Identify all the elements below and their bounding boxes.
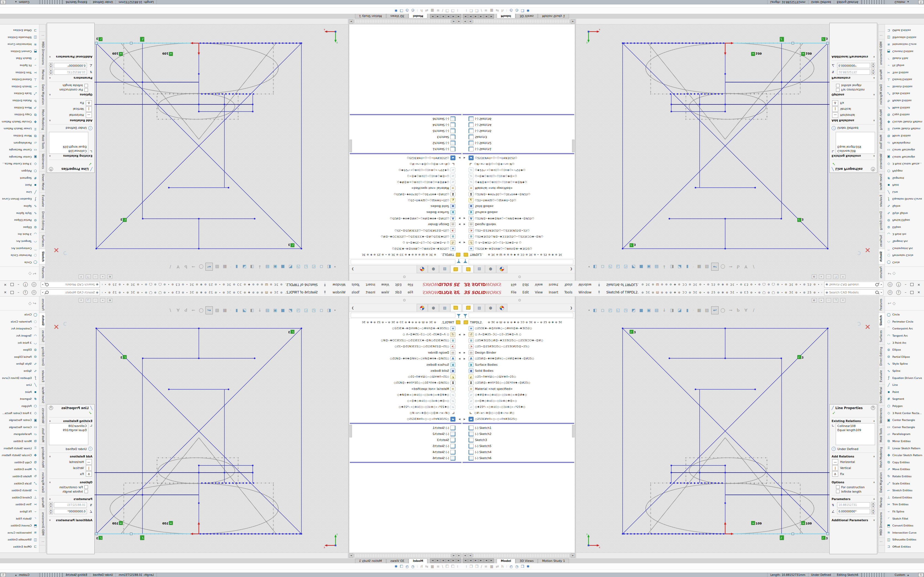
help-icon[interactable]: ? [896,290,901,295]
section-add-relations[interactable]: Add Relations∧ [49,455,92,458]
motion-toolbar-icon[interactable]: ⁞ [506,564,507,569]
expand-icon[interactable]: ▶ [457,242,460,244]
motion-toolbar-icon[interactable]: h [420,564,423,569]
view-toolbar-icon[interactable]: ◰ [607,307,614,314]
motion-toolbar-icon[interactable]: ❐ [446,9,449,13]
tree-row-sketch[interactable]: (-) Sketch1 [462,425,575,431]
sketch-tool[interactable]: ▣ Center Rectangle [0,153,39,161]
view-toolbar-icon[interactable]: ◪ [676,307,683,314]
view-toolbar-icon[interactable]: ◱ [302,263,309,271]
section-add-relations[interactable]: Add Relations∧ [832,455,875,458]
spinner[interactable]: ▲▼ [871,63,875,68]
command-tab[interactable]: Mesh Modeling [879,107,885,132]
motion-toolbar-icon[interactable]: ▦ [431,564,434,569]
tree-row-sketch[interactable]: (-) Sketch2 [462,140,575,146]
view-toolbar-icon[interactable]: ◻ [599,263,606,271]
view-toolbar-icon[interactable]: · [691,307,695,314]
motion-toolbar-icon[interactable]: ⁞ [466,564,467,569]
relation-item[interactable]: Collinear108 [837,424,873,428]
panel-help-icon[interactable]: ? [871,167,875,171]
tree-row[interactable]: ◔ ○25∙Ⓞ25ИƷƐ25○∘○25ƷƐИ25Ⓞ∙25○ [349,343,462,350]
view-toolbar-icon[interactable]: ◪ [676,263,683,271]
sketch-tool[interactable]: ↗ Move Entities [0,104,39,111]
tree-row[interactable]: ∟ ○И∘ег∘✻Ⓞ○∘○Ⓞ✻∘ге∘И○ [349,161,462,167]
sketch-tool[interactable]: ⊜ Ellipse [885,224,924,231]
sketch-tool[interactable]: ⌒ Centerpoint Arc [0,325,39,332]
sketch-tool[interactable]: ╱ Line [885,381,924,388]
unit-system[interactable]: Custom▲ [6,0,39,4]
sketch-tool[interactable]: ◜ Sketch Fillet [885,515,924,522]
motion-toolbar-icon[interactable]: ◷ [515,564,519,569]
tree-row[interactable]: ▱ ○∙Ⓞ✚○✼⊙[○∘○]⊙✼○✚Ⓞ∙○ [349,173,462,179]
sketch-tool[interactable]: ≋ Intersection Curve [885,41,924,48]
section-existing-relations[interactable]: Existing Relations∧ [49,419,92,422]
command-tab[interactable]: Surfaces [39,232,45,249]
view-toolbar-icon[interactable]: ◰ [310,307,317,314]
tree-row[interactable]: Σ ○25ИⓄ∘✚∀ՈºƷƐ○∘○ƷƐºՈ∀✚∘ⓄИ25○ [349,191,462,197]
motion-toolbar-icon[interactable]: ▦ [431,9,434,13]
parameter-input[interactable]: 0.00000000° [837,63,870,68]
option-row[interactable]: Infinite length [49,84,88,87]
sketch-tool[interactable]: ✂ Trim Entities [885,69,924,76]
restore-button[interactable] [910,283,914,286]
sketch-tool[interactable]: ⤢ Scale Entities [885,480,924,487]
expand-icon[interactable]: ▶ [464,157,467,160]
motion-toolbar-icon[interactable]: ≡ [436,564,439,569]
add-relation-button[interactable]: ⚓ Fix [49,471,92,477]
sketch-tool[interactable]: ◯ Circle [0,311,39,318]
view-toolbar-icon[interactable]: ▣ [272,307,279,314]
tree-row[interactable]: ▱ ○✚ИⓄ✻+○✼⊙[○∘○]⊙✼○+✻ⓄИ✚○ [349,392,462,398]
view-toolbar-icon[interactable]: ▣ [272,263,279,271]
view-toolbar-icon[interactable]: ◪ [241,307,248,314]
child-close-icon[interactable]: ✕ [840,274,845,279]
minimize-button[interactable]: – [18,283,19,287]
sketch-tool[interactable]: ⊜ Ellipse [885,346,924,353]
menu-item[interactable]: Window [576,290,594,295]
tree-row[interactable]: ▱ ○✚25º∘∙○✼⊙[○∘○]⊙✼○∙∘º25✚○ [349,404,462,410]
sketch-tool[interactable]: ◠ Tangent Arc [885,332,924,339]
view-toolbar-icon[interactable]: ■ [279,307,286,314]
sketch-tool[interactable]: ▱ Parallelogram [885,430,924,438]
view-toolbar-icon[interactable]: ∀ [743,263,750,271]
tabs-overflow-icon[interactable]: ❯ [349,304,356,311]
expand-icon[interactable]: ▶ [464,351,467,354]
motion-toolbar-icon[interactable]: ❐ [446,564,449,569]
sketch-tool[interactable]: ⬒ Convert Entities [0,522,39,529]
search-dropdown-icon[interactable]: ▾ [42,291,44,294]
option-row[interactable]: Infinite length [49,490,88,493]
sketch-tool[interactable]: ◠ Tangent Arc [885,238,924,245]
sketch-tool[interactable]: ╱ Line [0,381,39,388]
view-toolbar-icon[interactable]: ▾ [587,307,591,314]
tree-row-sketch[interactable]: (-) Sketch6 [462,455,575,461]
sketch-tool[interactable]: ⬒ Convert Entities [885,522,924,529]
motion-toolbar-icon[interactable]: ≡ [485,9,488,13]
tree-root[interactable]: TЯPDL2. ⊚ ƷƐ ⊚ Ш ⊚ ⊚ ⊚ ✚ ⊚ ƆƆ ⊚ ƷƐ ⊚ ∙ ⊚… [349,319,462,325]
expand-icon[interactable]: ▶ [457,218,460,220]
motion-toolbar-icon[interactable]: ❐ [451,564,455,569]
sketch-tool[interactable]: ⬡ Polygon [0,403,39,410]
search-input[interactable]: Search CAD Models [50,283,95,287]
sketch-tool[interactable]: ⬒ Convert Entities [0,48,39,55]
checkbox[interactable] [836,88,840,92]
section-options[interactable]: Options∧ [832,480,875,484]
menu-item[interactable]: File [508,290,519,295]
child-prev-icon[interactable]: ◧ [812,298,817,303]
view-toolbar-icon[interactable]: ▨ [703,263,710,271]
sketch-tool[interactable]: ⊜ Ellipse [0,224,39,231]
view-toolbar-icon[interactable]: ▦ [221,307,228,314]
command-tab[interactable]: Direct Editing [879,209,885,232]
pin-icon[interactable] [323,283,327,287]
view-toolbar-icon[interactable]: ↩ [711,306,719,314]
motion-toolbar-icon[interactable]: ∕ [442,564,443,569]
sketch-tool[interactable]: # Segment [885,174,924,182]
tree-row[interactable]: ▶ ▰ ○25ƷƐИ∀Ո∙○∘○∙Ո∀ИƷƐ25○ [349,416,462,422]
tree-row[interactable]: ◆ Solid Bodies [349,367,462,374]
command-tab[interactable]: Data Migration [39,82,45,107]
view-toolbar-icon[interactable]: ◳ [295,263,302,271]
view-toolbar-icon[interactable]: ◧ [591,307,598,314]
sketch-tool[interactable]: ⊐ Offset Entities [0,543,39,550]
child-restore-icon[interactable]: ❐ [833,274,838,279]
tree-row[interactable]: ◆ Solid Bodies [462,203,575,210]
view-toolbar-icon[interactable]: ◱ [615,263,622,271]
sketch-tool[interactable]: ∿ Spline [0,203,39,210]
